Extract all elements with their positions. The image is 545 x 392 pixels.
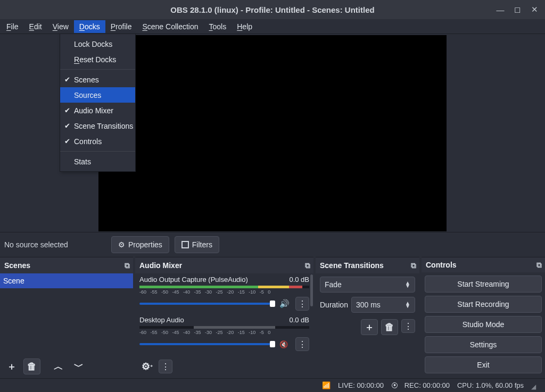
scene-transitions-title: Scene Transitions [320,261,384,270]
status-rec: ⦿ REC: 00:00:00 [391,381,450,389]
preview-toolbar: No source selected ⚙ Properties Filters [0,232,545,257]
track-db: 0.0 dB [289,276,309,283]
updown-icon: ▲▼ [405,281,410,288]
add-scene-button[interactable]: ＋ [3,358,20,374]
track-db: 0.0 dB [289,316,309,324]
audio-mixer-header: Audio Mixer ⧉ [135,257,313,273]
menu-scene-collection[interactable]: Scene Collection [137,20,203,33]
docks-item-controls[interactable]: ✔Controls [60,134,135,149]
close-icon[interactable]: ✕ [526,0,543,19]
move-scene-down-button[interactable]: ﹀ [70,358,87,374]
scenes-footer: ＋ 🗑 ︿ ﹀ [0,356,133,377]
docks-item-scene-transitions[interactable]: ✔Scene Transitions [60,118,135,134]
audio-scale: -60-55-50-45-40-35-30-25-20-15-10-50 [139,330,309,335]
volume-slider[interactable] [139,303,275,305]
docks-item-lock[interactable]: Lock Docks [60,36,135,52]
transition-type-value: Fade [325,280,342,289]
track-options-button[interactable]: ⋮ [295,337,309,351]
transition-duration-input[interactable]: 300 ms ▲▼ [351,297,415,313]
studio-mode-button[interactable]: Studio Mode [425,316,542,333]
properties-button[interactable]: ⚙ Properties [111,236,169,253]
speaker-icon[interactable]: 🔊 [279,299,291,308]
start-streaming-button[interactable]: Start Streaming [425,276,542,293]
menu-docks[interactable]: Docks [74,20,105,33]
preview-canvas[interactable] [98,35,447,231]
menu-view[interactable]: View [47,20,74,33]
dock-panels: Scenes ⧉ Scene ＋ 🗑 ︿ ﹀ Audio Mixer ⧉ Aud… [0,257,545,377]
remove-transition-button[interactable]: 🗑 [381,319,398,335]
controls-body: Start Streaming Start Recording Studio M… [422,272,545,377]
docks-item-audio-mixer[interactable]: ✔Audio Mixer [60,103,135,118]
scene-transitions-panel: Scene Transitions ⧉ Fade ▲▼ Duration 300… [316,257,419,377]
settings-button[interactable]: Settings [425,336,542,353]
add-transition-button[interactable]: ＋ [361,319,378,335]
controls-panel: Controls ⧉ Start Streaming Start Recordi… [422,257,545,377]
controls-title: Controls [426,261,457,269]
menu-help[interactable]: Help [232,20,258,33]
scrollbar[interactable] [310,274,313,306]
start-recording-button[interactable]: Start Recording [425,296,542,313]
filters-button[interactable]: Filters [175,236,219,253]
minimize-icon[interactable]: — [492,0,509,19]
gear-icon: ⚙ [118,240,125,249]
audio-meter [139,286,309,288]
menu-profile[interactable]: Profile [105,20,137,33]
menu-tools[interactable]: Tools [204,20,232,33]
audio-settings-button[interactable]: ⚙⁺ [138,358,155,374]
scenes-list[interactable]: Scene [0,273,133,356]
track-name: Desktop Audio [139,316,184,324]
separator [60,69,135,70]
record-icon: ⦿ [391,381,398,389]
audio-options-button[interactable]: ⋮ [159,360,172,373]
separator [60,151,135,152]
check-icon: ✔ [63,76,71,84]
menu-file[interactable]: File [1,20,24,33]
audio-track: Desktop Audio 0.0 dB -60-55-50-45-40-35-… [139,316,309,351]
pop-out-icon[interactable]: ⧉ [411,261,416,270]
controls-header: Controls ⧉ [422,257,545,272]
filters-icon [181,241,189,248]
docks-dropdown: Lock Docks Reset Docks ✔Scenes Sources ✔… [60,34,136,172]
menu-edit[interactable]: Edit [24,20,47,33]
window-title: OBS 28.1.0 (linux) - Profile: Untitled -… [170,5,374,14]
docks-item-reset[interactable]: Reset Docks [60,52,135,67]
scenes-panel: Scenes ⧉ Scene ＋ 🗑 ︿ ﹀ [0,257,133,377]
docks-item-stats[interactable]: Stats [60,154,135,169]
track-options-button[interactable]: ⋮ [295,297,309,311]
scenes-header: Scenes ⧉ [0,257,133,273]
move-scene-up-button[interactable]: ︿ [50,358,67,374]
scene-list-item[interactable]: Scene [0,273,133,288]
audio-mixer-body: Audio Output Capture (PulseAudio) 0.0 dB… [135,273,313,356]
audio-mixer-title: Audio Mixer [139,261,182,270]
scene-transitions-header: Scene Transitions ⧉ [316,257,419,273]
pop-out-icon[interactable]: ⧉ [536,261,542,270]
filters-label: Filters [192,240,212,249]
remove-scene-button[interactable]: 🗑 [23,358,40,374]
status-connection: 📶 [322,381,331,389]
check-icon: ✔ [63,137,71,145]
duration-value: 300 ms [356,301,381,309]
docks-item-scenes[interactable]: ✔Scenes [60,72,135,87]
pop-out-icon[interactable]: ⧉ [305,261,310,270]
updown-icon: ▲▼ [405,302,410,308]
exit-button[interactable]: Exit [425,356,542,373]
check-icon: ✔ [63,106,71,114]
audio-mixer-panel: Audio Mixer ⧉ Audio Output Capture (Puls… [135,257,313,377]
speaker-muted-icon[interactable]: 🔇 [279,340,291,348]
duration-label: Duration [320,301,348,309]
transition-options-button[interactable]: ⋮ [401,319,415,333]
status-cpu: CPU: 1.0%, 60.00 fps [457,381,524,389]
status-bar: 📶 LIVE: 00:00:00 ⦿ REC: 00:00:00 CPU: 1.… [0,378,545,392]
audio-scale: -60-55-50-45-40-35-30-25-20-15-10-50 [139,289,309,295]
properties-label: Properties [128,240,162,249]
maximize-icon[interactable]: ◻ [509,0,526,19]
transition-type-select[interactable]: Fade ▲▼ [320,277,415,293]
volume-slider[interactable] [139,343,275,345]
scenes-title: Scenes [4,261,30,270]
resize-grip-icon[interactable]: ◢ [531,383,539,390]
audio-meter [139,326,309,329]
audio-track: Audio Output Capture (PulseAudio) 0.0 dB… [139,276,309,311]
titlebar: OBS 28.1.0 (linux) - Profile: Untitled -… [0,0,545,19]
docks-item-sources[interactable]: Sources [60,87,135,103]
pop-out-icon[interactable]: ⧉ [125,261,130,270]
